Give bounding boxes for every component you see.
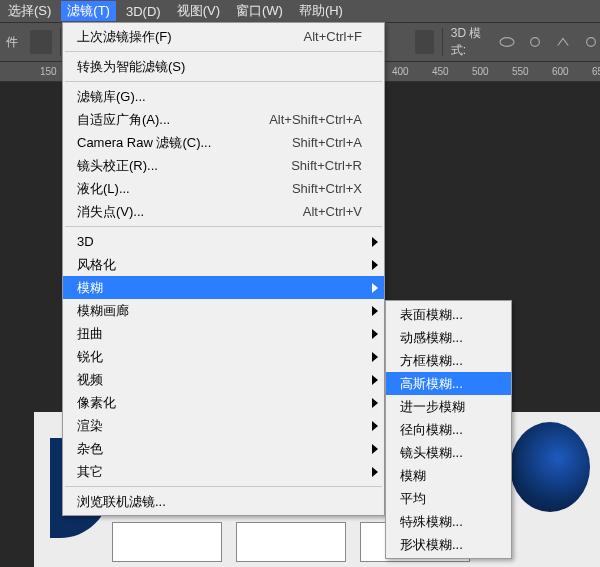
menu-filter[interactable]: 滤镜(T) — [61, 1, 116, 21]
toolbar-icon-2[interactable] — [415, 30, 434, 54]
filter-menu-item[interactable]: 视频 — [63, 368, 384, 391]
filter-menu-item[interactable]: 上次滤镜操作(F)Alt+Ctrl+F — [63, 25, 384, 48]
menu-item-shortcut: Alt+Ctrl+V — [303, 204, 362, 219]
thumbnail-2 — [236, 522, 346, 562]
toolbar-divider-2 — [442, 28, 443, 56]
submenu-item-label: 方框模糊... — [400, 352, 463, 370]
menu-item-label: 自适应广角(A)... — [77, 111, 170, 129]
ruler-label: 550 — [512, 66, 529, 77]
blur-submenu-item[interactable]: 进一步模糊 — [386, 395, 511, 418]
blur-submenu-item[interactable]: 径向模糊... — [386, 418, 511, 441]
menu-separator — [65, 51, 382, 52]
menu-item-label: 视频 — [77, 371, 103, 389]
submenu-item-label: 进一步模糊 — [400, 398, 465, 416]
menu-item-label: 扭曲 — [77, 325, 103, 343]
menu-separator — [65, 81, 382, 82]
menu-separator — [65, 226, 382, 227]
blur-submenu-item[interactable]: 平均 — [386, 487, 511, 510]
menu-item-label: 风格化 — [77, 256, 116, 274]
filter-menu-item[interactable]: 渲染 — [63, 414, 384, 437]
menu-item-shortcut: Shift+Ctrl+X — [292, 181, 362, 196]
ruler-label: 650 — [592, 66, 600, 77]
menu-item-shortcut: Shift+Ctrl+R — [291, 158, 362, 173]
filter-menu-item[interactable]: 风格化 — [63, 253, 384, 276]
filter-menu-item[interactable]: 模糊 — [63, 276, 384, 299]
menu-item-label: 镜头校正(R)... — [77, 157, 158, 175]
filter-menu-item[interactable]: 镜头校正(R)...Shift+Ctrl+R — [63, 154, 384, 177]
menu-item-shortcut: Alt+Shift+Ctrl+A — [269, 112, 362, 127]
filter-menu-item[interactable]: 扭曲 — [63, 322, 384, 345]
filter-menu-item[interactable]: 消失点(V)...Alt+Ctrl+V — [63, 200, 384, 223]
menu-item-label: Camera Raw 滤镜(C)... — [77, 134, 211, 152]
menu-3d[interactable]: 3D(D) — [120, 3, 167, 20]
filter-dropdown: 上次滤镜操作(F)Alt+Ctrl+F转换为智能滤镜(S)滤镜库(G)...自适… — [62, 22, 385, 516]
filter-menu-item[interactable]: 其它 — [63, 460, 384, 483]
blur-submenu-item[interactable]: 动感模糊... — [386, 326, 511, 349]
rotate-icon[interactable] — [582, 35, 600, 49]
filter-menu-item[interactable]: 3D — [63, 230, 384, 253]
menu-help[interactable]: 帮助(H) — [293, 1, 349, 21]
submenu-item-label: 动感模糊... — [400, 329, 463, 347]
submenu-item-label: 镜头模糊... — [400, 444, 463, 462]
zoom-icon[interactable] — [554, 35, 572, 49]
ruler-label: 450 — [432, 66, 449, 77]
submenu-item-label: 特殊模糊... — [400, 513, 463, 531]
filter-menu-item[interactable]: 浏览联机滤镜... — [63, 490, 384, 513]
toolbar-icon-1[interactable] — [30, 30, 52, 54]
submenu-item-label: 模糊 — [400, 467, 426, 485]
thumbnail-1 — [112, 522, 222, 562]
orbit-icon[interactable] — [498, 35, 516, 49]
toolbar-divider — [60, 28, 61, 56]
menu-window[interactable]: 窗口(W) — [230, 1, 289, 21]
menu-item-label: 3D — [77, 234, 94, 249]
menu-item-shortcut: Alt+Ctrl+F — [303, 29, 362, 44]
filter-menu-item[interactable]: 液化(L)...Shift+Ctrl+X — [63, 177, 384, 200]
menu-item-label: 上次滤镜操作(F) — [77, 28, 172, 46]
filter-menu-item[interactable]: 模糊画廊 — [63, 299, 384, 322]
menu-item-shortcut: Shift+Ctrl+A — [292, 135, 362, 150]
ruler-label: 150 — [40, 66, 57, 77]
svg-point-1 — [531, 38, 540, 47]
menu-view[interactable]: 视图(V) — [171, 1, 226, 21]
submenu-item-label: 表面模糊... — [400, 306, 463, 324]
blur-submenu-item[interactable]: 方框模糊... — [386, 349, 511, 372]
ruler-label: 400 — [392, 66, 409, 77]
filter-menu-item[interactable]: 转换为智能滤镜(S) — [63, 55, 384, 78]
menu-item-label: 渲染 — [77, 417, 103, 435]
toolbar-left-label: 件 — [2, 34, 18, 51]
submenu-item-label: 高斯模糊... — [400, 375, 463, 393]
filter-menu-item[interactable]: 杂色 — [63, 437, 384, 460]
blur-submenu-item[interactable]: 表面模糊... — [386, 303, 511, 326]
svg-point-0 — [500, 38, 514, 47]
blur-submenu: 表面模糊...动感模糊...方框模糊...高斯模糊...进一步模糊径向模糊...… — [385, 300, 512, 559]
svg-point-2 — [587, 38, 596, 47]
blur-submenu-item[interactable]: 镜头模糊... — [386, 441, 511, 464]
menu-item-label: 像素化 — [77, 394, 116, 412]
submenu-item-label: 径向模糊... — [400, 421, 463, 439]
menu-item-label: 转换为智能滤镜(S) — [77, 58, 185, 76]
menu-item-label: 模糊画廊 — [77, 302, 129, 320]
menu-select[interactable]: 选择(S) — [2, 1, 57, 21]
submenu-item-label: 平均 — [400, 490, 426, 508]
filter-menu-item[interactable]: 锐化 — [63, 345, 384, 368]
blur-submenu-item[interactable]: 特殊模糊... — [386, 510, 511, 533]
menu-item-label: 浏览联机滤镜... — [77, 493, 166, 511]
menu-item-label: 消失点(V)... — [77, 203, 144, 221]
blur-submenu-item[interactable]: 高斯模糊... — [386, 372, 511, 395]
filter-menu-item[interactable]: 滤镜库(G)... — [63, 85, 384, 108]
blur-submenu-item[interactable]: 形状模糊... — [386, 533, 511, 556]
menu-item-label: 液化(L)... — [77, 180, 130, 198]
filter-menu-item[interactable]: 自适应广角(A)...Alt+Shift+Ctrl+A — [63, 108, 384, 131]
image-circle-right — [510, 422, 590, 512]
filter-menu-item[interactable]: 像素化 — [63, 391, 384, 414]
submenu-item-label: 形状模糊... — [400, 536, 463, 554]
blur-submenu-item[interactable]: 模糊 — [386, 464, 511, 487]
pan-icon[interactable] — [526, 35, 544, 49]
menu-separator — [65, 486, 382, 487]
toolbar-3d-mode-label: 3D 模式: — [451, 25, 490, 59]
filter-menu-item[interactable]: Camera Raw 滤镜(C)...Shift+Ctrl+A — [63, 131, 384, 154]
ruler-label: 500 — [472, 66, 489, 77]
menu-item-label: 滤镜库(G)... — [77, 88, 146, 106]
ruler-label: 600 — [552, 66, 569, 77]
menubar: 选择(S) 滤镜(T) 3D(D) 视图(V) 窗口(W) 帮助(H) — [0, 0, 600, 22]
